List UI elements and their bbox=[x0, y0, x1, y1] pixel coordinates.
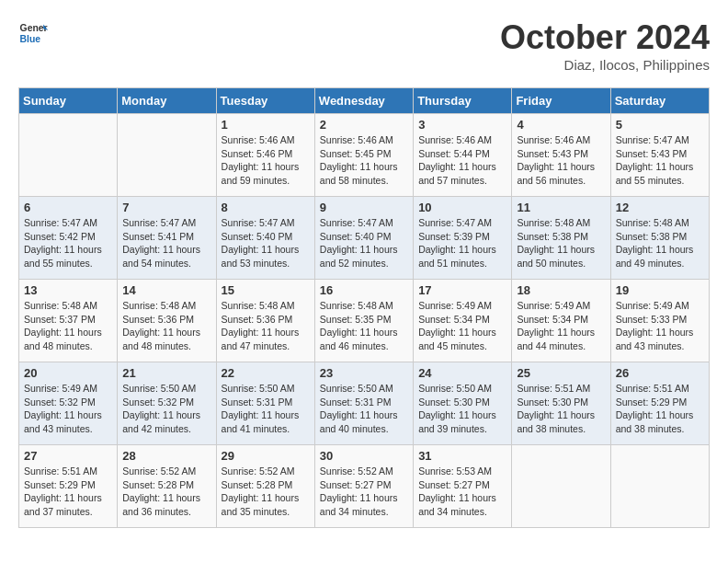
title-block: October 2024 Diaz, Ilocos, Philippines bbox=[500, 18, 710, 73]
day-number: 29 bbox=[222, 449, 310, 463]
day-header-sunday: Sunday bbox=[19, 88, 118, 114]
calendar-cell: 18Sunrise: 5:49 AM Sunset: 5:34 PM Dayli… bbox=[512, 280, 610, 362]
calendar-cell: 11Sunrise: 5:48 AM Sunset: 5:38 PM Dayli… bbox=[512, 197, 610, 280]
day-detail: Sunrise: 5:46 AM Sunset: 5:46 PM Dayligh… bbox=[222, 133, 310, 188]
day-number: 19 bbox=[616, 283, 704, 297]
day-detail: Sunrise: 5:48 AM Sunset: 5:37 PM Dayligh… bbox=[24, 299, 112, 353]
calendar-week-row: 13Sunrise: 5:48 AM Sunset: 5:37 PM Dayli… bbox=[19, 280, 710, 362]
day-detail: Sunrise: 5:47 AM Sunset: 5:41 PM Dayligh… bbox=[122, 216, 210, 270]
day-detail: Sunrise: 5:48 AM Sunset: 5:36 PM Dayligh… bbox=[122, 299, 210, 353]
day-number: 17 bbox=[418, 283, 506, 297]
logo: General Blue bbox=[18, 18, 48, 48]
calendar-cell: 16Sunrise: 5:48 AM Sunset: 5:35 PM Dayli… bbox=[314, 280, 413, 362]
day-number: 4 bbox=[517, 118, 605, 132]
calendar-cell: 12Sunrise: 5:48 AM Sunset: 5:38 PM Dayli… bbox=[610, 197, 709, 280]
day-detail: Sunrise: 5:51 AM Sunset: 5:29 PM Dayligh… bbox=[24, 465, 112, 519]
day-detail: Sunrise: 5:46 AM Sunset: 5:45 PM Dayligh… bbox=[320, 133, 408, 188]
calendar-week-row: 20Sunrise: 5:49 AM Sunset: 5:32 PM Dayli… bbox=[19, 362, 710, 445]
day-detail: Sunrise: 5:51 AM Sunset: 5:29 PM Dayligh… bbox=[616, 382, 704, 436]
calendar-cell: 27Sunrise: 5:51 AM Sunset: 5:29 PM Dayli… bbox=[19, 445, 118, 528]
day-detail: Sunrise: 5:50 AM Sunset: 5:30 PM Dayligh… bbox=[418, 382, 506, 436]
day-number: 1 bbox=[222, 118, 310, 132]
month-title: October 2024 bbox=[500, 18, 710, 57]
day-header-friday: Friday bbox=[512, 88, 610, 114]
day-detail: Sunrise: 5:48 AM Sunset: 5:38 PM Dayligh… bbox=[517, 216, 605, 270]
calendar-cell: 30Sunrise: 5:52 AM Sunset: 5:27 PM Dayli… bbox=[314, 445, 413, 528]
day-number: 30 bbox=[320, 449, 408, 463]
day-number: 22 bbox=[222, 366, 310, 380]
calendar-cell: 28Sunrise: 5:52 AM Sunset: 5:28 PM Dayli… bbox=[118, 445, 216, 528]
day-number: 5 bbox=[616, 118, 704, 132]
day-number: 23 bbox=[320, 366, 408, 380]
day-number: 25 bbox=[517, 366, 605, 380]
calendar-cell bbox=[118, 114, 216, 197]
calendar-cell: 25Sunrise: 5:51 AM Sunset: 5:30 PM Dayli… bbox=[512, 362, 610, 445]
calendar-cell: 24Sunrise: 5:50 AM Sunset: 5:30 PM Dayli… bbox=[414, 362, 512, 445]
calendar-cell: 5Sunrise: 5:47 AM Sunset: 5:43 PM Daylig… bbox=[610, 114, 709, 197]
day-detail: Sunrise: 5:47 AM Sunset: 5:40 PM Dayligh… bbox=[222, 216, 310, 270]
day-number: 7 bbox=[122, 201, 210, 214]
day-detail: Sunrise: 5:47 AM Sunset: 5:42 PM Dayligh… bbox=[24, 216, 112, 270]
calendar-cell: 1Sunrise: 5:46 AM Sunset: 5:46 PM Daylig… bbox=[216, 114, 314, 197]
day-detail: Sunrise: 5:53 AM Sunset: 5:27 PM Dayligh… bbox=[418, 465, 506, 519]
day-header-tuesday: Tuesday bbox=[216, 88, 314, 114]
day-number: 14 bbox=[122, 283, 210, 297]
day-detail: Sunrise: 5:47 AM Sunset: 5:43 PM Dayligh… bbox=[616, 133, 704, 188]
day-detail: Sunrise: 5:50 AM Sunset: 5:31 PM Dayligh… bbox=[320, 382, 408, 436]
day-number: 18 bbox=[517, 283, 605, 297]
day-detail: Sunrise: 5:52 AM Sunset: 5:28 PM Dayligh… bbox=[222, 465, 310, 519]
day-detail: Sunrise: 5:46 AM Sunset: 5:43 PM Dayligh… bbox=[517, 133, 605, 188]
calendar-cell: 10Sunrise: 5:47 AM Sunset: 5:39 PM Dayli… bbox=[414, 197, 512, 280]
calendar-cell: 15Sunrise: 5:48 AM Sunset: 5:36 PM Dayli… bbox=[216, 280, 314, 362]
day-number: 2 bbox=[320, 118, 408, 132]
calendar-cell: 19Sunrise: 5:49 AM Sunset: 5:33 PM Dayli… bbox=[610, 280, 709, 362]
day-header-saturday: Saturday bbox=[610, 88, 709, 114]
day-detail: Sunrise: 5:50 AM Sunset: 5:31 PM Dayligh… bbox=[222, 382, 310, 436]
day-number: 13 bbox=[24, 283, 112, 297]
calendar-cell: 17Sunrise: 5:49 AM Sunset: 5:34 PM Dayli… bbox=[414, 280, 512, 362]
day-number: 26 bbox=[616, 366, 704, 380]
day-number: 8 bbox=[222, 201, 310, 214]
day-number: 21 bbox=[122, 366, 210, 380]
day-detail: Sunrise: 5:47 AM Sunset: 5:39 PM Dayligh… bbox=[418, 216, 506, 270]
day-header-wednesday: Wednesday bbox=[314, 88, 413, 114]
day-number: 28 bbox=[122, 449, 210, 463]
calendar-cell: 20Sunrise: 5:49 AM Sunset: 5:32 PM Dayli… bbox=[19, 362, 118, 445]
calendar-cell: 3Sunrise: 5:46 AM Sunset: 5:44 PM Daylig… bbox=[414, 114, 512, 197]
calendar-cell: 6Sunrise: 5:47 AM Sunset: 5:42 PM Daylig… bbox=[19, 197, 118, 280]
day-number: 24 bbox=[418, 366, 506, 380]
calendar-cell: 8Sunrise: 5:47 AM Sunset: 5:40 PM Daylig… bbox=[216, 197, 314, 280]
day-number: 9 bbox=[320, 201, 408, 214]
calendar-week-row: 6Sunrise: 5:47 AM Sunset: 5:42 PM Daylig… bbox=[19, 197, 710, 280]
day-detail: Sunrise: 5:47 AM Sunset: 5:40 PM Dayligh… bbox=[320, 216, 408, 270]
day-number: 10 bbox=[418, 201, 506, 214]
day-detail: Sunrise: 5:49 AM Sunset: 5:34 PM Dayligh… bbox=[517, 299, 605, 353]
day-number: 15 bbox=[222, 283, 310, 297]
day-detail: Sunrise: 5:52 AM Sunset: 5:28 PM Dayligh… bbox=[122, 465, 210, 519]
day-number: 31 bbox=[418, 449, 506, 463]
day-detail: Sunrise: 5:46 AM Sunset: 5:44 PM Dayligh… bbox=[418, 133, 506, 188]
svg-text:Blue: Blue bbox=[20, 34, 41, 44]
calendar-cell: 9Sunrise: 5:47 AM Sunset: 5:40 PM Daylig… bbox=[314, 197, 413, 280]
calendar-cell: 31Sunrise: 5:53 AM Sunset: 5:27 PM Dayli… bbox=[414, 445, 512, 528]
day-number: 11 bbox=[517, 201, 605, 214]
calendar-cell bbox=[610, 445, 709, 528]
day-detail: Sunrise: 5:52 AM Sunset: 5:27 PM Dayligh… bbox=[320, 465, 408, 519]
calendar-cell: 26Sunrise: 5:51 AM Sunset: 5:29 PM Dayli… bbox=[610, 362, 709, 445]
day-header-monday: Monday bbox=[118, 88, 216, 114]
day-detail: Sunrise: 5:48 AM Sunset: 5:36 PM Dayligh… bbox=[222, 299, 310, 353]
calendar-cell: 13Sunrise: 5:48 AM Sunset: 5:37 PM Dayli… bbox=[19, 280, 118, 362]
logo-icon: General Blue bbox=[18, 18, 48, 48]
calendar-cell: 21Sunrise: 5:50 AM Sunset: 5:32 PM Dayli… bbox=[118, 362, 216, 445]
day-detail: Sunrise: 5:49 AM Sunset: 5:32 PM Dayligh… bbox=[24, 382, 112, 436]
day-detail: Sunrise: 5:48 AM Sunset: 5:38 PM Dayligh… bbox=[616, 216, 704, 270]
day-detail: Sunrise: 5:50 AM Sunset: 5:32 PM Dayligh… bbox=[122, 382, 210, 436]
calendar-header-row: SundayMondayTuesdayWednesdayThursdayFrid… bbox=[19, 88, 710, 114]
day-number: 16 bbox=[320, 283, 408, 297]
calendar-body: 1Sunrise: 5:46 AM Sunset: 5:46 PM Daylig… bbox=[19, 114, 710, 528]
day-number: 27 bbox=[24, 449, 112, 463]
calendar-cell: 7Sunrise: 5:47 AM Sunset: 5:41 PM Daylig… bbox=[118, 197, 216, 280]
location-subtitle: Diaz, Ilocos, Philippines bbox=[500, 57, 710, 73]
calendar-cell: 4Sunrise: 5:46 AM Sunset: 5:43 PM Daylig… bbox=[512, 114, 610, 197]
day-detail: Sunrise: 5:49 AM Sunset: 5:34 PM Dayligh… bbox=[418, 299, 506, 353]
